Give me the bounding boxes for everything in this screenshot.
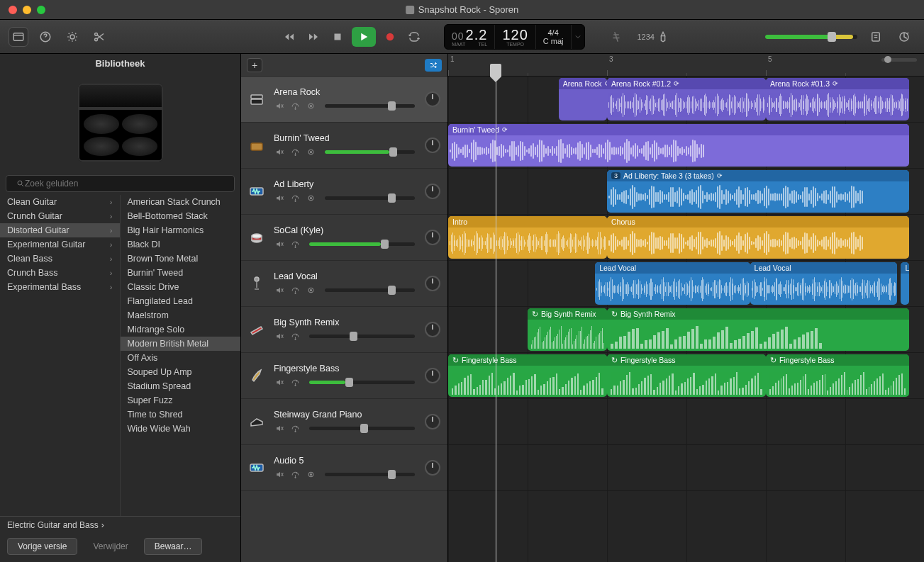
solo-button[interactable]	[289, 376, 301, 388]
breadcrumb[interactable]: Electric Guitar and Bass ›	[0, 517, 240, 534]
track-header[interactable]: Arena Rock	[241, 77, 447, 123]
preset-item[interactable]: Time to Shred	[121, 408, 241, 422]
track-volume-slider[interactable]	[325, 288, 415, 292]
track-header[interactable]: Big Synth Remix	[241, 307, 447, 353]
region[interactable]: Intro	[448, 216, 607, 259]
position-display[interactable]: 00 2.2 MAATTEL	[445, 25, 495, 49]
category-item[interactable]: Experimental Guitar›	[0, 237, 120, 252]
solo-button[interactable]	[289, 422, 301, 434]
mute-button[interactable]	[274, 284, 285, 296]
lane[interactable]: Lead Vocal Lead Vocal Lead	[448, 261, 924, 307]
category-item[interactable]: Clean Guitar›	[0, 195, 120, 209]
preset-item[interactable]: Wide Wide Wah	[121, 422, 241, 436]
save-button[interactable]: Bewaar…	[144, 538, 203, 555]
region[interactable]: Lead Vocal	[595, 262, 750, 305]
solo-button[interactable]	[289, 192, 301, 203]
lane[interactable]: Arena Rock⟳ Arena Rock #01.2⟳ Arena Rock…	[448, 77, 924, 123]
mute-button[interactable]	[274, 330, 285, 342]
track-volume-slider[interactable]	[325, 150, 415, 154]
playhead[interactable]	[490, 64, 501, 77]
lcd-menu-chevron[interactable]	[572, 25, 584, 49]
search-input[interactable]	[6, 175, 235, 192]
preset-item[interactable]: Flangilated Lead	[121, 294, 241, 308]
pan-knob[interactable]	[425, 460, 440, 476]
quick-help-icon[interactable]	[35, 27, 55, 47]
settings-icon[interactable]	[62, 27, 82, 47]
count-in-display[interactable]: 1234	[638, 31, 669, 43]
region[interactable]: Arena Rock⟳	[559, 78, 607, 120]
library-toggle-button[interactable]	[9, 27, 28, 47]
loops-icon[interactable]	[894, 27, 914, 47]
timesig-key-display[interactable]: 4/4 C maj	[536, 25, 572, 49]
pan-knob[interactable]	[425, 137, 440, 153]
region[interactable]: Lead Vocal	[750, 262, 897, 305]
pan-knob[interactable]	[425, 414, 440, 429]
solo-button[interactable]	[289, 284, 301, 296]
region[interactable]: Chorus	[607, 216, 909, 259]
rec-button[interactable]	[305, 100, 316, 111]
preset-item[interactable]: Super Fuzz	[121, 393, 241, 408]
track-volume-slider[interactable]	[309, 381, 415, 384]
preset-item[interactable]: Midrange Solo	[121, 322, 241, 337]
tuner-icon[interactable]	[606, 27, 626, 47]
lane[interactable]: Intro Chorus	[448, 215, 924, 261]
lane[interactable]: Burnin' Tweed⟳	[448, 123, 924, 169]
stop-button[interactable]	[328, 27, 347, 47]
master-volume-slider[interactable]	[765, 35, 857, 39]
solo-button[interactable]	[289, 238, 301, 249]
preset-item[interactable]: Big Hair Harmonics	[121, 223, 241, 237]
region[interactable]: ↻Fingerstyle Bass	[607, 354, 766, 397]
track-volume-slider[interactable]	[309, 335, 415, 338]
tempo-display[interactable]: 120 TEMPO	[495, 25, 535, 49]
track-header[interactable]: Audio 5	[241, 445, 447, 491]
region[interactable]: ↻Fingerstyle Bass	[448, 354, 607, 397]
solo-button[interactable]	[289, 330, 301, 342]
mute-button[interactable]	[274, 422, 285, 434]
pan-knob[interactable]	[425, 91, 440, 107]
category-item[interactable]: Experimental Bass›	[0, 280, 120, 294]
lane[interactable]	[448, 399, 924, 445]
play-button[interactable]	[352, 27, 376, 47]
preset-item[interactable]: Off Axis	[121, 351, 241, 365]
region[interactable]: ↻Big Synth Remix	[528, 308, 607, 351]
solo-button[interactable]	[289, 146, 301, 157]
delete-button[interactable]: Verwijder	[83, 539, 138, 554]
lane[interactable]	[448, 445, 924, 491]
pan-knob[interactable]	[425, 322, 440, 337]
lane[interactable]: ↻Fingerstyle Bass ↻Fingerstyle Bass ↻Fin…	[448, 353, 924, 399]
lane[interactable]: ↻Big Synth Remix ↻Big Synth Remix	[448, 307, 924, 353]
track-header[interactable]: Lead Vocal	[241, 261, 447, 307]
solo-button[interactable]	[289, 468, 301, 480]
preset-item[interactable]: American Stack Crunch	[121, 195, 241, 209]
lane[interactable]: 3Ad Liberty: Take 3 (3 takes)⟳	[448, 169, 924, 215]
previous-version-button[interactable]: Vorige versie	[7, 538, 77, 555]
rec-button[interactable]	[305, 284, 316, 296]
zoom-icon[interactable]	[37, 6, 45, 14]
track-volume-slider[interactable]	[325, 196, 415, 200]
mute-button[interactable]	[274, 146, 285, 157]
track-header[interactable]: Burnin' Tweed	[241, 123, 447, 169]
region[interactable]: ↻Fingerstyle Bass	[766, 354, 909, 397]
ruler[interactable]: 1357911	[448, 54, 924, 77]
horizontal-zoom-slider[interactable]	[881, 58, 917, 62]
mute-button[interactable]	[274, 376, 285, 388]
region[interactable]: Arena Rock #01.2⟳	[607, 78, 766, 120]
cycle-button[interactable]	[404, 27, 424, 47]
category-item[interactable]: Crunch Bass›	[0, 266, 120, 280]
region[interactable]: 3Ad Liberty: Take 3 (3 takes)⟳	[607, 170, 909, 213]
minimize-icon[interactable]	[23, 6, 31, 14]
rec-button[interactable]	[305, 192, 316, 203]
forward-button[interactable]	[304, 27, 323, 47]
region[interactable]: Arena Rock #01.3⟳	[766, 78, 909, 120]
preset-item[interactable]: Maelstrom	[121, 308, 241, 322]
add-track-button[interactable]: +	[247, 58, 262, 72]
preset-item[interactable]: Bell-Bottomed Stack	[121, 209, 241, 223]
rewind-button[interactable]	[279, 27, 299, 47]
scissors-icon[interactable]	[89, 27, 109, 47]
mute-button[interactable]	[274, 192, 285, 203]
region[interactable]: Burnin' Tweed⟳	[448, 124, 909, 167]
category-item[interactable]: Distorted Guitar›	[0, 223, 120, 237]
smart-controls-button[interactable]	[425, 59, 442, 72]
track-volume-slider[interactable]	[309, 427, 415, 430]
track-header[interactable]: Fingerstyle Bass	[241, 353, 447, 399]
